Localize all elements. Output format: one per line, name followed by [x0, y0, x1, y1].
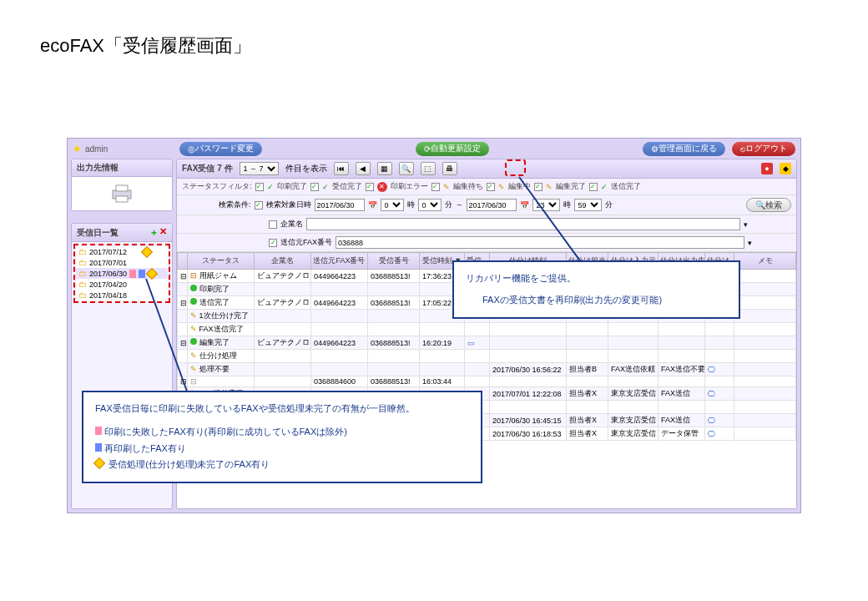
filter-chk[interactable]: ✓ [487, 183, 495, 191]
filter-chk[interactable]: ✓ [431, 183, 440, 191]
password-button[interactable]: ◎ パスワード変更 [179, 142, 262, 156]
pencil-icon: ✎ [443, 183, 450, 191]
company-chk[interactable] [269, 220, 277, 229]
folder-icon: 🗀 [78, 290, 87, 300]
record-icon[interactable]: ● [761, 163, 773, 174]
topbar: ★ admin ◎ パスワード変更 ⟳ 自動更新設定 ⚙ 管理画面に戻る ⎋ ロ… [68, 139, 800, 159]
filter-chk[interactable]: ✓ [366, 183, 374, 191]
folder-icon: 🗀 [78, 258, 87, 267]
blue-icon [95, 443, 102, 452]
svg-rect-1 [116, 185, 128, 191]
col-status[interactable]: ステータス [188, 253, 255, 270]
col-faxnum[interactable]: 送信元FAX番号 [311, 253, 368, 270]
cal-icon[interactable]: 📅 [520, 201, 529, 210]
first-button[interactable]: ⏮ [334, 162, 349, 175]
cal-icon[interactable]: 📅 [368, 201, 377, 210]
page-title: ecoFAX「受信履歴画面」 [0, 0, 868, 58]
pink-icon [95, 427, 102, 435]
filter-chk[interactable]: ✓ [589, 183, 598, 191]
search-button[interactable]: 🔍 [399, 162, 414, 175]
search-row-2: 企業名 ▾ [177, 215, 796, 234]
col-memo[interactable]: メモ [734, 253, 796, 270]
date-item[interactable]: 🗀2017/07/01 [76, 257, 168, 268]
date-item[interactable]: 🗀2017/04/20 [76, 279, 168, 290]
pencil-icon: ✎ [498, 183, 505, 191]
date-list-title: 受信日一覧 ＋ ✕ [72, 224, 172, 242]
pink-icon [129, 270, 136, 278]
company-input[interactable] [306, 218, 740, 230]
content-header: FAX受信 7 件 1 ～ 7 件目を表示 ⏮ ◀ ▦ 🔍 ⬚ 🖶 ● ◆ [177, 159, 796, 179]
date-item-selected[interactable]: 🗀2017/06/30 [76, 268, 168, 279]
range-label: 件目を表示 [285, 163, 327, 174]
blue-icon [139, 270, 145, 278]
auto-update-button[interactable]: ⟳ 自動更新設定 [416, 142, 489, 156]
filter-chk[interactable]: ✓ [310, 183, 319, 191]
table-row[interactable]: ✎ FAX送信完了 [178, 323, 796, 336]
search-label: 検索条件: [219, 199, 251, 210]
callout-legend: FAX受信日毎に印刷に失敗しているFAXや受信処理未完了の有無が一目瞭然。 印刷… [82, 391, 482, 483]
err-icon: ✕ [377, 182, 387, 192]
date-item[interactable]: 🗀2017/07/12 [76, 246, 168, 257]
table-row[interactable]: ⊟ 編集完了ビュアテクノロジ…0449664223036888513!16:20… [178, 336, 796, 350]
dialog-button[interactable]: ⬚ [421, 162, 436, 175]
diamond-icon [140, 245, 152, 257]
diamond-icon [93, 457, 105, 469]
warn-icon[interactable]: ◆ [780, 163, 791, 174]
output-dest-title: 出力先情報 [72, 159, 172, 177]
folder-icon: 🗀 [78, 280, 87, 289]
filter-chk[interactable]: ✓ [534, 183, 542, 191]
ok-icon: ✓ [601, 183, 608, 191]
content-title: FAX受信 7 件 [182, 163, 233, 174]
col-company[interactable]: 企業名 [255, 253, 311, 270]
min-from-select[interactable]: 0 [418, 199, 442, 211]
date-from-input[interactable] [315, 199, 365, 211]
filter-row: ステータスフィルタ: ✓✓印刷完了 ✓✓受信完了 ✓✕印刷エラー ✓✎編集待ち … [177, 179, 796, 195]
printer-icon [72, 177, 172, 210]
date-list-highlight: 🗀2017/07/12 🗀2017/07/01 🗀2017/06/30 🗀201… [73, 244, 170, 303]
list-button[interactable]: ▦ [377, 162, 392, 175]
logout-button[interactable]: ⎋ ログアウト [732, 142, 795, 156]
diamond-icon [146, 267, 158, 279]
dropdown-icon[interactable]: ▾ [744, 220, 748, 229]
folder-icon: 🗀 [78, 269, 87, 278]
callout-recovery: リカバリー機能をご提供。 FAXの受信文書を再印刷(出力先の変更可能) [452, 260, 740, 319]
svg-rect-2 [116, 196, 128, 202]
date-to-input[interactable] [467, 199, 517, 211]
table-row[interactable]: ⊟⊟ 0368884600036888513!16:03:44 [178, 376, 796, 387]
table-row[interactable]: ✎ 仕分け処理 [178, 350, 796, 363]
prev-button[interactable]: ◀ [356, 162, 371, 175]
search-exec-button[interactable]: 🔍 検索 [746, 198, 791, 212]
admin-back-button[interactable]: ⚙ 管理画面に戻る [643, 142, 725, 156]
ok-icon: ✓ [267, 183, 274, 191]
search-row-1: 検索条件: ✓ 検索対象日時 📅 0 時 0 分 ～ 📅 23 時 59 分 [177, 195, 796, 215]
pencil-icon: ✎ [546, 183, 553, 191]
hour-from-select[interactable]: 0 [381, 199, 404, 211]
print-highlight [505, 159, 526, 176]
faxnum-input[interactable] [336, 236, 744, 249]
range-select[interactable]: 1 ～ 7 [240, 162, 279, 175]
search-chk[interactable]: ✓ [255, 201, 263, 210]
faxnum-chk[interactable]: ✓ [269, 239, 277, 247]
delete-icon[interactable]: ✕ [159, 226, 167, 239]
ok-icon: ✓ [322, 183, 329, 191]
plus-icon[interactable]: ＋ [149, 226, 159, 239]
search-row-3: ✓ 送信元FAX番号 ▾ [177, 234, 796, 252]
output-dest-panel: 出力先情報 [71, 159, 173, 211]
filter-label: ステータスフィルタ: [182, 181, 252, 192]
user-label: ★ admin [73, 143, 173, 154]
col-recvnum[interactable]: 受信番号 [368, 253, 420, 270]
dropdown-icon[interactable]: ▾ [748, 239, 752, 247]
table-row[interactable]: ✎ 処理不要2017/06/30 16:56:22担当者BFAX送信依頼FAX送… [178, 363, 796, 376]
filter-chk[interactable]: ✓ [255, 183, 264, 191]
min-to-select[interactable]: 59 [574, 199, 602, 211]
folder-icon: 🗀 [78, 247, 87, 256]
print-button[interactable]: 🖶 [442, 162, 457, 175]
star-icon: ★ [73, 143, 82, 154]
